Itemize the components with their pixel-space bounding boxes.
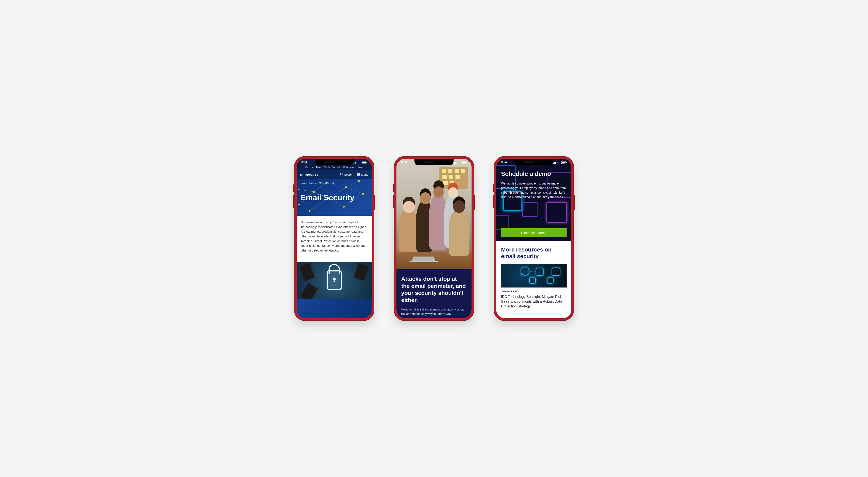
status-time: 3:54 [501, 161, 507, 165]
svg-rect-41 [554, 162, 555, 164]
svg-point-22 [298, 204, 300, 206]
svg-rect-3 [355, 162, 356, 164]
search-icon [340, 173, 343, 176]
feature-body: While email is still the number one atta… [401, 307, 467, 316]
resource-card[interactable]: Analyst Report IDC Technology Spotlight:… [501, 264, 566, 309]
demo-body: We tackle complex problems, but we make … [501, 181, 566, 200]
svg-rect-5 [362, 162, 366, 164]
battery-icon [362, 161, 367, 165]
svg-rect-45 [566, 162, 566, 163]
status-icons [353, 161, 367, 165]
svg-line-49 [533, 272, 540, 280]
svg-line-46 [514, 271, 525, 281]
main-nav: mimecast Search Menu [297, 170, 372, 179]
svg-rect-1 [354, 163, 354, 164]
nav-login[interactable]: Login [358, 166, 363, 168]
schedule-demo-button[interactable]: Schedule a demo [501, 228, 566, 237]
cork-board [439, 167, 468, 189]
svg-point-28 [343, 206, 345, 208]
svg-rect-38 [466, 162, 467, 163]
menu-label: Menu [361, 173, 368, 176]
phone-notch [514, 159, 553, 165]
status-icons [453, 161, 467, 165]
svg-point-30 [358, 180, 360, 182]
svg-rect-6 [367, 162, 367, 163]
menu-button[interactable]: Menu [357, 173, 368, 176]
phone-mockup-3: 3:54 Schedule a demo We tackle complex p [494, 156, 574, 321]
feature-heading: Attacks don't stop at the email perimete… [401, 275, 467, 304]
svg-line-47 [525, 271, 540, 272]
svg-line-18 [299, 190, 314, 192]
status-time: 3:54 [302, 161, 307, 165]
svg-line-8 [342, 175, 343, 176]
phone-mockup-2: 3:54 [394, 156, 474, 321]
nav-get-quote[interactable]: Get a quote [343, 166, 354, 168]
svg-rect-37 [462, 162, 466, 164]
lock-icon [327, 270, 342, 290]
phone-mockup-1: 3:54 Careers Blog Contac [294, 156, 374, 321]
resources-heading: More resources on email security [501, 246, 566, 260]
resource-card-image [501, 264, 566, 287]
battery-icon [462, 161, 467, 165]
demo-heading: Schedule a demo [501, 170, 566, 177]
svg-point-23 [313, 191, 315, 193]
wifi-icon [358, 161, 361, 165]
svg-point-7 [340, 173, 342, 175]
svg-rect-34 [455, 162, 455, 164]
svg-line-50 [548, 272, 556, 280]
svg-rect-35 [455, 162, 456, 164]
status-time: 3:54 [401, 161, 407, 165]
search-button[interactable]: Search [340, 173, 353, 176]
svg-rect-2 [354, 162, 355, 164]
intro-paragraph: Organizations and employees are targets … [297, 216, 372, 262]
phone-notch [315, 159, 354, 165]
wifi-icon [557, 161, 560, 165]
phone-showcase: 3:54 Careers Blog Contac [294, 156, 574, 321]
wifi-icon [457, 161, 461, 165]
search-label: Search [344, 173, 353, 176]
nav-careers[interactable]: Careers [305, 166, 313, 168]
hero-section: Home / Products / Email Security Email S… [297, 179, 372, 216]
security-illustration [297, 262, 372, 299]
svg-point-31 [309, 210, 310, 212]
phone-notch [414, 159, 454, 165]
svg-rect-44 [562, 162, 565, 164]
feature-block: Attacks don't stop at the email perimete… [397, 269, 471, 318]
svg-line-15 [346, 188, 363, 194]
breadcrumb[interactable]: Home / Products / Email Security [301, 182, 368, 184]
resource-card-type: Analyst Report [501, 290, 566, 293]
resources-section: More resources on email security Analyst… [496, 241, 571, 314]
laptop-icon [409, 261, 438, 262]
resource-card-title: IDC Technology Spotlight: Mitigate Risk … [501, 295, 566, 309]
svg-point-25 [345, 186, 347, 189]
brand-logo[interactable]: mimecast [300, 172, 318, 177]
hamburger-icon [357, 173, 360, 176]
team-photo [397, 159, 471, 269]
status-icons [553, 161, 566, 165]
nav-blog[interactable]: Blog [316, 166, 320, 168]
demo-cta-section: Schedule a demo We tackle complex proble… [496, 159, 571, 241]
svg-rect-40 [553, 163, 554, 164]
nav-contact-support[interactable]: Contact Support [324, 166, 340, 168]
battery-icon [561, 161, 566, 165]
page-title: Email Security [301, 193, 368, 202]
svg-rect-33 [454, 163, 454, 164]
svg-rect-42 [555, 162, 556, 164]
svg-point-29 [298, 189, 300, 190]
